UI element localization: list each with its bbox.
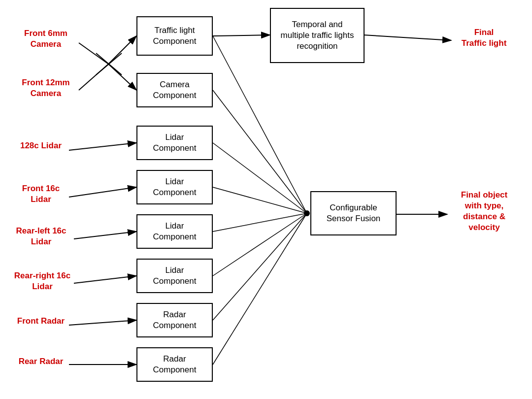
svg-line-13 [364, 35, 451, 40]
svg-line-16 [213, 143, 307, 213]
camera-component-box: CameraComponent [136, 73, 213, 107]
svg-line-9 [74, 276, 136, 283]
sensor-fusion-box: ConfigurableSensor Fusion [310, 191, 397, 235]
output-final-traffic-light: FinalTraffic light [451, 27, 517, 49]
svg-line-6 [69, 143, 136, 150]
svg-line-7 [69, 187, 136, 197]
output-final-object: Final objectwith type,distance &velocity [447, 190, 521, 233]
svg-line-21 [213, 213, 307, 365]
svg-line-3 [108, 64, 136, 90]
svg-line-4 [96, 53, 122, 75]
svg-line-18 [213, 213, 307, 232]
svg-line-2 [108, 36, 136, 64]
svg-line-20 [213, 213, 307, 320]
svg-line-8 [74, 232, 136, 239]
input-lidar128c: 128c Lidar [14, 140, 68, 151]
diagram: Front 6mmCamera Front 12mmCamera 128c Li… [0, 0, 532, 399]
radar-component-2-box: RadarComponent [136, 347, 213, 382]
input-lidar16rr: Rear-right 16cLidar [8, 270, 77, 292]
svg-line-0 [79, 43, 108, 64]
input-front-radar: Front Radar [14, 316, 68, 327]
svg-line-5 [96, 53, 122, 75]
svg-line-12 [213, 35, 270, 36]
svg-line-17 [213, 187, 307, 213]
lidar-component-2-box: LidarComponent [136, 170, 213, 204]
input-rear-radar: Rear Radar [14, 356, 68, 367]
temporal-recognition-box: Temporal andmultiple traffic lightsrecog… [270, 8, 365, 63]
svg-line-10 [69, 320, 136, 325]
input-front6mm: Front 6mmCamera [14, 28, 78, 50]
svg-point-22 [304, 210, 310, 216]
radar-component-1-box: RadarComponent [136, 303, 213, 337]
input-lidar16f: Front 16cLidar [14, 183, 68, 205]
traffic-light-component-box: Traffic lightComponent [136, 16, 213, 56]
svg-line-19 [213, 213, 307, 276]
lidar-component-1-box: LidarComponent [136, 126, 213, 160]
input-front12mm: Front 12mmCamera [14, 77, 78, 99]
lidar-component-3-box: LidarComponent [136, 214, 213, 249]
svg-line-1 [79, 64, 108, 90]
lidar-component-4-box: LidarComponent [136, 259, 213, 293]
input-lidar16rl: Rear-left 16cLidar [8, 226, 74, 247]
svg-line-15 [213, 90, 307, 213]
